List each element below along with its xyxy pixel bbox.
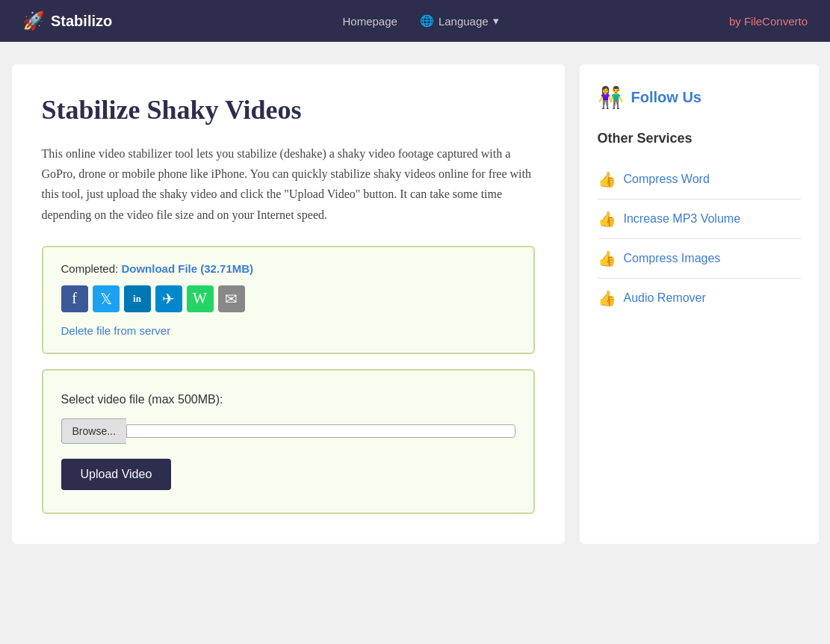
telegram-icon: ✈ xyxy=(162,290,175,308)
whatsapp-icon: W xyxy=(193,290,207,307)
social-icons-row: f 𝕏 in ✈ W ✉ xyxy=(61,285,515,312)
upload-video-button[interactable]: Upload Video xyxy=(61,459,172,490)
language-selector[interactable]: 🌐 Language ▾ xyxy=(420,14,499,28)
audio-remover-icon: 👍 xyxy=(598,289,616,307)
logo-text: Stabilizo xyxy=(51,13,112,30)
completed-box: Completed: Download File (32.71MB) f 𝕏 i… xyxy=(42,246,535,354)
audio-remover-label: Audio Remover xyxy=(624,291,706,305)
service-compress-images[interactable]: 👍 Compress Images xyxy=(598,239,801,279)
page-description: This online video stabilizer tool lets y… xyxy=(42,143,535,225)
main-content: Stabilize Shaky Videos This online video… xyxy=(12,64,565,544)
sidebar: 👫 Follow Us Other Services 👍 Compress Wo… xyxy=(580,64,819,544)
email-share-button[interactable]: ✉ xyxy=(218,285,245,312)
other-services-title: Other Services xyxy=(598,131,801,146)
whatsapp-share-button[interactable]: W xyxy=(187,285,214,312)
increase-mp3-icon: 👍 xyxy=(598,210,616,228)
byline-highlight: o xyxy=(802,15,808,28)
byline: by FileConverto xyxy=(729,15,808,28)
chevron-down-icon: ▾ xyxy=(493,14,499,28)
twitter-share-button[interactable]: 𝕏 xyxy=(93,285,120,312)
service-increase-mp3[interactable]: 👍 Increase MP3 Volume xyxy=(598,199,801,239)
upload-box: Select video file (max 500MB): Browse...… xyxy=(42,369,535,514)
language-label: Language xyxy=(439,15,489,28)
download-link[interactable]: Download File (32.71MB) xyxy=(121,262,253,275)
browse-button[interactable]: Browse... xyxy=(61,418,126,444)
navbar: 🚀 Stabilizo Homepage 🌐 Language ▾ by Fil… xyxy=(0,0,830,42)
file-input-row: Browse... xyxy=(61,418,515,444)
logo: 🚀 Stabilizo xyxy=(22,10,112,31)
globe-icon: 🌐 xyxy=(420,14,434,28)
completed-label: Completed: Download File (32.71MB) xyxy=(61,262,515,275)
email-icon: ✉ xyxy=(225,290,238,308)
service-audio-remover[interactable]: 👍 Audio Remover xyxy=(598,279,801,318)
page-wrapper: Stabilize Shaky Videos This online video… xyxy=(4,64,826,544)
compress-images-label: Compress Images xyxy=(624,252,721,265)
follow-us-link[interactable]: Follow Us xyxy=(631,89,702,106)
upload-label: Select video file (max 500MB): xyxy=(61,393,515,406)
homepage-link[interactable]: Homepage xyxy=(343,15,397,28)
logo-icon: 🚀 xyxy=(22,10,45,31)
nav-center: Homepage 🌐 Language ▾ xyxy=(343,14,499,28)
delete-file-link[interactable]: Delete file from server xyxy=(61,324,171,337)
increase-mp3-label: Increase MP3 Volume xyxy=(624,212,741,226)
facebook-icon: f xyxy=(72,290,77,307)
compress-word-icon: 👍 xyxy=(598,170,616,188)
file-name-display xyxy=(126,424,515,438)
twitter-icon: 𝕏 xyxy=(100,290,112,308)
service-compress-word[interactable]: 👍 Compress Word xyxy=(598,160,801,199)
follow-us-icon: 👫 xyxy=(598,85,624,110)
compress-word-label: Compress Word xyxy=(624,173,710,186)
telegram-share-button[interactable]: ✈ xyxy=(155,285,182,312)
page-title: Stabilize Shaky Videos xyxy=(42,94,535,126)
linkedin-share-button[interactable]: in xyxy=(124,285,151,312)
compress-images-icon: 👍 xyxy=(598,250,616,267)
facebook-share-button[interactable]: f xyxy=(61,285,88,312)
byline-text: by FileConvert xyxy=(729,15,802,28)
linkedin-icon: in xyxy=(133,293,141,305)
follow-us-row: 👫 Follow Us xyxy=(598,85,801,110)
